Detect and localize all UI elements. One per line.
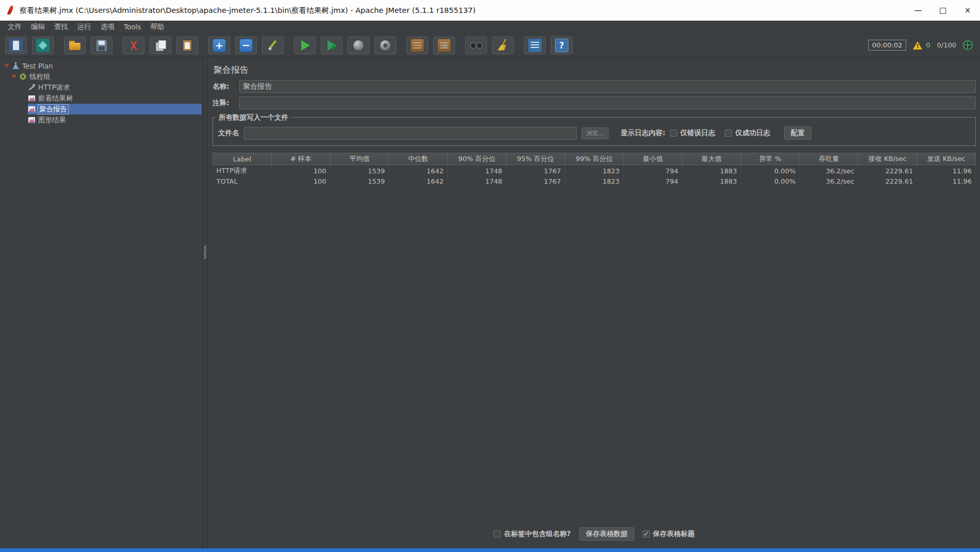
page-title: 聚合报告 xyxy=(214,64,976,76)
function-helper-button[interactable] xyxy=(524,37,546,54)
toolbar-group-file xyxy=(5,37,54,54)
table-cell: 0.00% xyxy=(741,165,799,177)
log-errors-indicator[interactable]: 0 xyxy=(913,41,930,50)
cut-button[interactable] xyxy=(123,37,144,54)
table-row[interactable]: HTTP请求 100 1539 1642 1748 1767 1823 794 … xyxy=(213,165,976,177)
new-plan-button[interactable] xyxy=(5,37,27,54)
filename-input[interactable] xyxy=(244,127,577,140)
success-only-group: 仅成功日志 xyxy=(725,128,770,138)
save-table-data-button[interactable]: 保存表格数据 xyxy=(579,527,634,541)
column-header[interactable]: # 样本 xyxy=(271,153,330,165)
remote-shutdown-all-button[interactable] xyxy=(433,37,455,54)
menu-edit[interactable]: 编辑 xyxy=(26,21,50,33)
column-header[interactable]: 发送 KB/sec xyxy=(917,153,976,165)
stop-icon xyxy=(352,39,365,52)
remote-start-all-button[interactable] xyxy=(406,37,428,54)
table-cell: 2229.61 xyxy=(858,165,917,177)
column-header[interactable]: 90% 百分位 xyxy=(448,153,507,165)
window-title: 察看结果树.jmx (C:\Users\Administrator\Deskto… xyxy=(20,6,476,15)
table-cell: 1767 xyxy=(506,176,565,186)
paste-icon xyxy=(181,39,194,52)
column-header[interactable]: 最大值 xyxy=(682,153,741,165)
tree-item-view-results-tree[interactable]: 察看结果树 xyxy=(0,93,203,104)
tree-item-label: 线程组 xyxy=(29,72,51,82)
column-header[interactable]: 异常 % xyxy=(741,153,799,165)
toggle-icon xyxy=(266,39,280,52)
paste-button[interactable] xyxy=(176,37,198,54)
column-header[interactable]: 最小值 xyxy=(624,153,682,165)
column-header[interactable]: 中位数 xyxy=(389,153,448,165)
bottom-accent-bar xyxy=(0,548,980,552)
templates-icon xyxy=(36,39,50,52)
tree-item-graph-results[interactable]: 图形结果 xyxy=(0,115,203,125)
toolbar-group-open-save xyxy=(64,37,112,54)
column-header[interactable]: 99% 百分位 xyxy=(565,153,624,165)
name-input[interactable] xyxy=(239,80,976,93)
menu-run[interactable]: 运行 xyxy=(73,21,96,33)
table-cell: 1748 xyxy=(448,176,507,186)
collapse-arrow-icon[interactable] xyxy=(4,64,9,68)
column-header[interactable]: 接收 KB/sec xyxy=(858,153,917,165)
tree-item-aggregate-report[interactable]: 聚合报告 xyxy=(0,104,203,115)
table-cell: 794 xyxy=(624,165,682,177)
table-header-row: Label # 样本 平均值 中位数 90% 百分位 95% 百分位 99% 百… xyxy=(213,153,976,165)
expand-all-button[interactable] xyxy=(208,37,230,54)
tree-item-thread-group[interactable]: 线程组 xyxy=(0,71,203,82)
sampler-icon xyxy=(28,84,36,91)
tree-item-label: 聚合报告 xyxy=(38,105,68,114)
toolbar-group-search xyxy=(465,37,514,54)
menu-options[interactable]: 选项 xyxy=(96,21,119,33)
splitter-grip-icon[interactable] xyxy=(204,246,206,259)
search-button[interactable] xyxy=(465,37,487,54)
column-header[interactable]: Label xyxy=(213,153,272,165)
thread-counter: 0/100 xyxy=(937,41,956,49)
minus-icon xyxy=(239,39,253,52)
jmeter-logo-icon xyxy=(6,5,14,16)
column-header[interactable]: 平均值 xyxy=(330,153,389,165)
column-header[interactable]: 95% 百分位 xyxy=(506,153,565,165)
minimize-button[interactable]: — xyxy=(906,0,930,21)
open-button[interactable] xyxy=(64,37,86,54)
maximize-button[interactable]: □ xyxy=(930,0,955,21)
browse-button[interactable]: 浏览... xyxy=(581,127,609,139)
success-only-checkbox[interactable] xyxy=(725,129,732,137)
toggle-button[interactable] xyxy=(262,37,284,54)
start-no-pauses-button[interactable] xyxy=(321,37,342,54)
table-cell: 1642 xyxy=(389,165,448,177)
include-group-name-checkbox[interactable] xyxy=(494,530,501,538)
warning-icon xyxy=(913,41,922,50)
collapse-arrow-icon[interactable] xyxy=(11,75,17,78)
column-header[interactable]: 吞吐量 xyxy=(799,153,858,165)
menu-search[interactable]: 查找 xyxy=(50,21,73,33)
table-cell: 1748 xyxy=(448,165,507,177)
filename-label: 文件名 xyxy=(218,128,239,138)
comment-input[interactable] xyxy=(239,96,976,109)
menu-file[interactable]: 文件 xyxy=(3,21,26,33)
shutdown-icon xyxy=(379,39,392,52)
stop-button[interactable] xyxy=(348,37,369,54)
copy-button[interactable] xyxy=(150,37,171,54)
menu-help[interactable]: 帮助 xyxy=(145,21,169,33)
errors-only-checkbox[interactable] xyxy=(670,129,677,137)
remote-start-icon xyxy=(411,39,424,52)
templates-button[interactable] xyxy=(32,37,54,54)
file-row: 文件名 浏览... 显示日志内容: 仅错误日志 仅成功日志 配置 xyxy=(218,126,970,140)
close-button[interactable]: × xyxy=(955,0,980,21)
test-plan-icon xyxy=(12,62,20,70)
configure-button[interactable]: 配置 xyxy=(784,126,811,140)
tree-item-http-request[interactable]: HTTP请求 xyxy=(0,82,203,93)
help-button[interactable] xyxy=(551,37,573,54)
tree-item-test-plan[interactable]: Test Plan xyxy=(0,60,203,71)
start-button[interactable] xyxy=(294,37,316,54)
collapse-all-button[interactable] xyxy=(235,37,257,54)
help-icon xyxy=(555,39,568,52)
shutdown-button[interactable] xyxy=(374,37,396,54)
splitter[interactable] xyxy=(203,57,207,548)
save-header-checkbox[interactable] xyxy=(643,530,650,538)
toolbar-group-remote xyxy=(406,37,455,54)
tree-item-label: HTTP请求 xyxy=(38,83,70,92)
save-button[interactable] xyxy=(91,37,112,54)
table-row[interactable]: TOTAL 100 1539 1642 1748 1767 1823 794 1… xyxy=(213,176,976,186)
clear-all-button[interactable] xyxy=(492,37,514,54)
menu-tools[interactable]: Tools xyxy=(119,22,145,32)
